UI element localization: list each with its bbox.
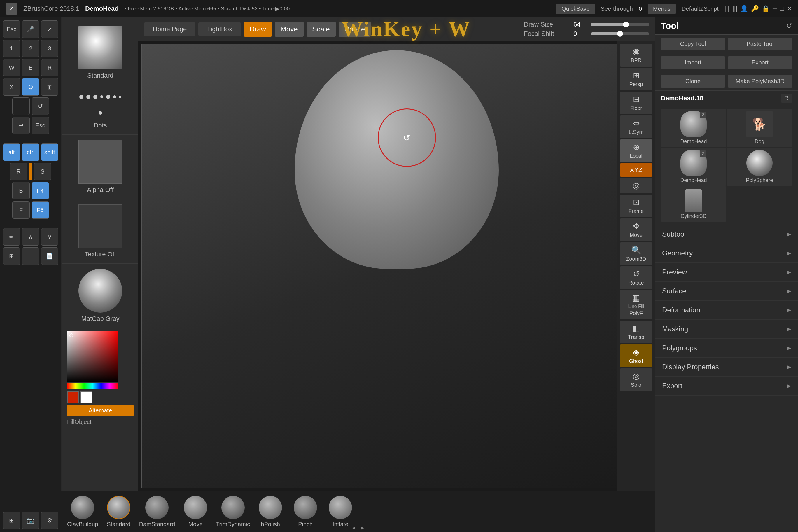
key-esc2[interactable]: Esc (32, 117, 49, 134)
solo-button[interactable]: ◎ Solo (620, 368, 652, 391)
key-f5[interactable]: F5 (32, 201, 49, 219)
alternate-button[interactable]: Alternate (67, 405, 134, 416)
copy-tool-button[interactable]: Copy Tool (661, 38, 725, 50)
key-b[interactable]: B (12, 182, 30, 200)
icon-lock[interactable]: 🔒 (762, 5, 770, 13)
lightbox-tab[interactable]: LightBox (198, 22, 241, 36)
brush-hpolish[interactable]: hPolish (256, 496, 285, 528)
key-r[interactable]: R (41, 59, 58, 76)
fill-object-label[interactable]: FillObject (67, 417, 134, 426)
subtool-item-cylinder[interactable]: Cylinder3D (661, 186, 726, 222)
key-mic[interactable]: 🎤 (22, 20, 39, 38)
key-1[interactable]: 1 (3, 40, 20, 57)
key-esc[interactable]: Esc (3, 20, 20, 38)
xyz-button[interactable]: XYZ (620, 163, 652, 177)
ghost-button[interactable]: ◈ Ghost (620, 344, 652, 367)
key-grid[interactable]: ⊞ (3, 247, 20, 265)
export-button[interactable]: Export (728, 56, 792, 69)
subtool-item-demohead2[interactable]: 2 DemoHead (661, 148, 726, 186)
subtool-item-dog[interactable]: 🐕 Dog (727, 109, 792, 147)
canvas-area[interactable]: ↺ (138, 41, 655, 491)
key-ctrl[interactable]: ctrl (22, 144, 39, 161)
floor-button[interactable]: ⊟ Floor (620, 92, 652, 114)
key-undo[interactable]: ↩ (12, 117, 30, 134)
draw-size-track[interactable] (591, 23, 649, 26)
color-gradient[interactable] (67, 331, 118, 382)
icon-max[interactable]: □ (780, 5, 784, 13)
scroll-left-icon[interactable]: ◂ (352, 524, 355, 531)
icon-close[interactable]: ✕ (787, 5, 792, 13)
brush-claybuildup[interactable]: ClayBuildup (67, 496, 98, 528)
brush-trimdynamic[interactable]: TrimDynamic (216, 496, 250, 528)
key-q[interactable]: Q (22, 78, 39, 96)
scale-button[interactable]: Scale (306, 22, 336, 37)
draw-button[interactable]: Draw (244, 22, 272, 37)
polyf-button[interactable]: ▦ Line Fill PolyF (620, 290, 652, 319)
scroll-right-icon[interactable]: ▸ (361, 524, 364, 531)
refresh-icon[interactable]: ↺ (786, 22, 792, 30)
rmenu-surface[interactable]: Surface ▶ (655, 282, 798, 301)
brush-damstandard[interactable]: DamStandard (139, 496, 175, 528)
bpr-button[interactable]: ◉ BPR (620, 44, 652, 66)
brush-pinch[interactable]: Pinch (291, 496, 320, 528)
key-redo[interactable]: ↺ (32, 97, 49, 115)
rmenu-deformation[interactable]: Deformation ▶ (655, 301, 798, 320)
key-r2[interactable]: R (10, 163, 27, 180)
focal-shift-track[interactable] (591, 32, 649, 35)
dots-item[interactable]: Dots (67, 87, 134, 132)
zoom3d-button[interactable]: 🔍 Zoom3D (620, 242, 652, 265)
rotate-view-button[interactable]: ↺ Rotate (620, 266, 652, 289)
key-win[interactable]: ⊞ (3, 512, 20, 529)
persp-button[interactable]: ⊞ Persp (620, 68, 652, 90)
key-caret-up[interactable]: ∧ (22, 228, 39, 246)
brush-inflate[interactable]: Inflate (326, 496, 355, 528)
lsym-button[interactable]: ⇔ L.Sym (620, 115, 652, 138)
rotate-button[interactable]: Rotate (339, 22, 371, 37)
rmenu-polygroups[interactable]: Polygroups ▶ (655, 339, 798, 358)
paste-tool-button[interactable]: Paste Tool (728, 38, 792, 50)
alpha-item[interactable]: Alpha Off (67, 137, 134, 196)
brush-standard[interactable]: Standard (104, 496, 133, 528)
key-insta[interactable]: 📷 (22, 512, 39, 529)
key-caret-down[interactable]: ∨ (41, 228, 58, 246)
subtool-item-polysphere[interactable]: PolySphere (727, 148, 792, 186)
key-w[interactable]: W (3, 59, 20, 76)
key-f[interactable]: F (12, 201, 30, 219)
rmenu-subtool[interactable]: Subtool ▶ (655, 225, 798, 244)
brush-more-indicator[interactable]: I (364, 507, 366, 517)
key-doc[interactable]: 📄 (41, 247, 58, 265)
key-alt[interactable]: alt (3, 144, 20, 161)
key-brush[interactable]: ✏ (3, 228, 20, 246)
hue-bar[interactable] (67, 383, 118, 389)
make-polymesh-button[interactable]: Make PolyMesh3D (728, 75, 792, 88)
local-button[interactable]: ⊕ Local (620, 139, 652, 162)
brush-item[interactable]: Standard (67, 23, 134, 82)
icon-user[interactable]: 👤 (740, 5, 748, 13)
move-button[interactable]: Move (275, 22, 304, 37)
matcap-item[interactable]: MatCap Gray (67, 266, 134, 325)
home-page-tab[interactable]: Home Page (144, 22, 195, 36)
r-label[interactable]: R (781, 94, 792, 103)
icon-bars2[interactable]: ||| (733, 5, 737, 13)
icon-key[interactable]: 🔑 (751, 5, 759, 13)
clone-button[interactable]: Clone (661, 75, 725, 88)
icon-min[interactable]: ─ (773, 5, 777, 13)
rmenu-export[interactable]: Export ▶ (655, 377, 798, 396)
key-lines[interactable]: ☰ (22, 247, 39, 265)
key-2[interactable]: 2 (22, 40, 39, 57)
move-view-button[interactable]: ✥ Move (620, 218, 652, 241)
secondary-color-swatch[interactable] (80, 392, 92, 403)
key-f4[interactable]: F4 (32, 182, 49, 200)
key-trash[interactable]: 🗑 (41, 78, 58, 96)
key-arrows[interactable]: ↗ (41, 20, 58, 38)
import-button[interactable]: Import (661, 56, 725, 69)
transp-button[interactable]: ◧ Transp (620, 321, 652, 343)
draw-size-thumb[interactable] (623, 22, 629, 27)
rmenu-masking[interactable]: Masking ▶ (655, 320, 798, 339)
frame-button[interactable]: ⊡ Frame (620, 194, 652, 217)
key-shift[interactable]: shift (41, 144, 58, 161)
brush-move[interactable]: Move (181, 496, 210, 528)
main-color-swatch[interactable] (67, 392, 79, 403)
symm-button[interactable]: ◎ (620, 178, 652, 193)
subtool-item-demohead1[interactable]: 2 DemoHead (661, 109, 726, 147)
